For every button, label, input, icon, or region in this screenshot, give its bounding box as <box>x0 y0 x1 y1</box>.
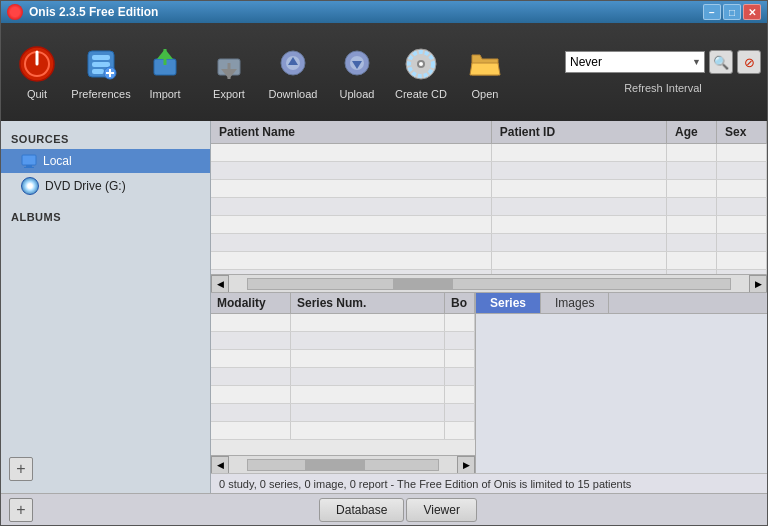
bottom-toolbar: + Database Viewer <box>1 493 767 525</box>
svg-rect-26 <box>22 155 36 165</box>
series-row[interactable] <box>211 404 475 422</box>
preferences-label: Preferences <box>71 88 130 100</box>
series-scroll-thumb[interactable] <box>305 460 365 470</box>
import-button[interactable]: Import <box>135 32 195 112</box>
open-label: Open <box>472 88 499 100</box>
series-row[interactable] <box>211 350 475 368</box>
refresh-select-wrapper: Never Every 30s Every 1m Every 5m <box>565 51 705 73</box>
refresh-interval-select[interactable]: Never Every 30s Every 1m Every 5m <box>565 51 705 73</box>
viewer-button[interactable]: Viewer <box>406 498 476 522</box>
local-monitor-icon <box>21 153 37 169</box>
refresh-controls: Never Every 30s Every 1m Every 5m 🔍 ⊘ <box>565 50 761 74</box>
series-table: Modality Series Num. Bo <box>211 293 476 473</box>
series-row[interactable] <box>211 314 475 332</box>
svg-rect-4 <box>92 55 110 60</box>
import-label: Import <box>149 88 180 100</box>
import-icon <box>145 44 185 84</box>
scroll-track[interactable] <box>247 278 731 290</box>
right-panel: Patient Name Patient ID Age Sex <box>211 121 767 493</box>
series-scroll-right[interactable]: ▶ <box>457 456 475 474</box>
quit-button[interactable]: Quit <box>7 32 67 112</box>
open-button[interactable]: Open <box>455 32 515 112</box>
series-row[interactable] <box>211 386 475 404</box>
table-row[interactable] <box>211 144 767 162</box>
series-scroll-left[interactable]: ◀ <box>211 456 229 474</box>
upload-label: Upload <box>340 88 375 100</box>
table-row[interactable] <box>211 198 767 216</box>
bottom-panels: Modality Series Num. Bo <box>211 293 767 473</box>
series-header: Modality Series Num. Bo <box>211 293 475 314</box>
patient-id-header: Patient ID <box>492 121 667 143</box>
scroll-thumb[interactable] <box>393 279 453 289</box>
scroll-right-arrow[interactable]: ▶ <box>749 275 767 293</box>
preferences-icon <box>81 44 121 84</box>
svg-point-25 <box>419 62 423 66</box>
create-cd-label: Create CD <box>395 88 447 100</box>
add-button[interactable]: + <box>9 498 33 522</box>
patient-table: Patient Name Patient ID Age Sex <box>211 121 767 293</box>
cancel-button[interactable]: ⊘ <box>737 50 761 74</box>
series-num-header: Series Num. <box>291 293 445 313</box>
bottom-section: Modality Series Num. Bo <box>211 293 767 493</box>
minimize-button[interactable]: − <box>703 4 721 20</box>
patient-table-scrollbar[interactable]: ◀ ▶ <box>211 274 767 292</box>
quit-icon <box>17 44 57 84</box>
statusbar: 0 study, 0 series, 0 image, 0 report - T… <box>211 473 767 493</box>
patient-table-header: Patient Name Patient ID Age Sex <box>211 121 767 144</box>
table-row[interactable] <box>211 162 767 180</box>
svg-rect-27 <box>26 165 32 167</box>
series-table-body <box>211 314 475 455</box>
tab-series[interactable]: Series <box>476 293 541 313</box>
app-icon <box>7 4 23 20</box>
preferences-button[interactable]: Preferences <box>71 32 131 112</box>
scroll-left-arrow[interactable]: ◀ <box>211 275 229 293</box>
table-row[interactable] <box>211 234 767 252</box>
svg-rect-6 <box>92 69 104 74</box>
toolbar-left: + <box>9 498 33 522</box>
search-button[interactable]: 🔍 <box>709 50 733 74</box>
series-scrollbar[interactable]: ◀ ▶ <box>211 455 475 473</box>
tab-images[interactable]: Images <box>541 293 609 313</box>
status-text: 0 study, 0 series, 0 image, 0 report - T… <box>219 478 631 490</box>
upload-button[interactable]: Upload <box>327 32 387 112</box>
download-icon <box>273 44 313 84</box>
patient-name-header: Patient Name <box>211 121 492 143</box>
local-label: Local <box>43 154 72 168</box>
preview-tabs: Series Images <box>476 293 767 314</box>
albums-section-title: ALBUMS <box>1 207 210 227</box>
toolbar: Quit Preferences <box>1 23 767 121</box>
series-scroll-track[interactable] <box>247 459 439 471</box>
toolbar-center: Database Viewer <box>319 498 477 522</box>
preview-panel: Series Images <box>476 293 767 473</box>
database-button[interactable]: Database <box>319 498 404 522</box>
refresh-interval-area: Never Every 30s Every 1m Every 5m 🔍 ⊘ Re… <box>565 50 761 94</box>
table-row[interactable] <box>211 180 767 198</box>
sidebar-item-dvd[interactable]: DVD Drive (G:) <box>1 173 210 199</box>
create-cd-button[interactable]: Create CD <box>391 32 451 112</box>
sidebar-item-local[interactable]: Local <box>1 149 210 173</box>
sources-section-title: SOURCES <box>1 129 210 149</box>
dvd-icon <box>21 177 39 195</box>
download-button[interactable]: Download <box>263 32 323 112</box>
table-row[interactable] <box>211 216 767 234</box>
export-button[interactable]: Export <box>199 32 259 112</box>
window-title: Onis 2.3.5 Free Edition <box>29 5 703 19</box>
preview-content <box>476 314 767 473</box>
age-header: Age <box>667 121 717 143</box>
quit-label: Quit <box>27 88 47 100</box>
titlebar-buttons: − □ ✕ <box>703 4 761 20</box>
series-row[interactable] <box>211 332 475 350</box>
sex-header: Sex <box>717 121 767 143</box>
table-row[interactable] <box>211 252 767 270</box>
modality-header: Modality <box>211 293 291 313</box>
export-label: Export <box>213 88 245 100</box>
maximize-button[interactable]: □ <box>723 4 741 20</box>
dvd-label: DVD Drive (G:) <box>45 179 126 193</box>
add-source-button[interactable]: + <box>9 457 33 481</box>
open-icon <box>465 44 505 84</box>
series-row[interactable] <box>211 368 475 386</box>
titlebar: Onis 2.3.5 Free Edition − □ ✕ <box>1 1 767 23</box>
series-row[interactable] <box>211 422 475 440</box>
body-header: Bo <box>445 293 475 313</box>
close-button[interactable]: ✕ <box>743 4 761 20</box>
